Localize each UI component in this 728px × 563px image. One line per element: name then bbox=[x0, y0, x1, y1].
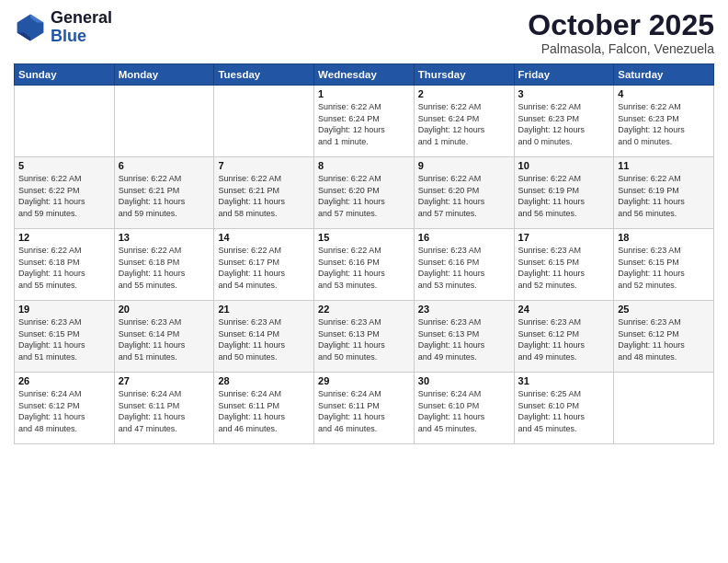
day-info: Sunrise: 6:23 AM Sunset: 6:13 PM Dayligh… bbox=[318, 316, 410, 362]
day-info: Sunrise: 6:24 AM Sunset: 6:12 PM Dayligh… bbox=[18, 388, 110, 434]
calendar-cell: 28Sunrise: 6:24 AM Sunset: 6:11 PM Dayli… bbox=[214, 373, 314, 444]
day-info: Sunrise: 6:22 AM Sunset: 6:16 PM Dayligh… bbox=[318, 245, 410, 291]
weekday-header: Sunday bbox=[15, 64, 115, 86]
day-number: 18 bbox=[618, 232, 710, 243]
day-info: Sunrise: 6:22 AM Sunset: 6:20 PM Dayligh… bbox=[318, 173, 410, 219]
day-info: Sunrise: 6:22 AM Sunset: 6:24 PM Dayligh… bbox=[318, 101, 410, 147]
calendar: SundayMondayTuesdayWednesdayThursdayFrid… bbox=[14, 63, 714, 444]
day-info: Sunrise: 6:22 AM Sunset: 6:23 PM Dayligh… bbox=[618, 101, 710, 147]
day-info: Sunrise: 6:22 AM Sunset: 6:17 PM Dayligh… bbox=[218, 245, 310, 291]
day-number: 15 bbox=[318, 232, 410, 243]
day-number: 24 bbox=[518, 304, 610, 315]
day-number: 2 bbox=[418, 88, 510, 99]
calendar-cell: 17Sunrise: 6:23 AM Sunset: 6:15 PM Dayli… bbox=[514, 229, 614, 301]
day-info: Sunrise: 6:22 AM Sunset: 6:23 PM Dayligh… bbox=[518, 101, 610, 147]
calendar-cell: 26Sunrise: 6:24 AM Sunset: 6:12 PM Dayli… bbox=[15, 373, 115, 444]
day-number: 29 bbox=[318, 375, 410, 386]
day-info: Sunrise: 6:23 AM Sunset: 6:12 PM Dayligh… bbox=[618, 316, 710, 362]
day-info: Sunrise: 6:23 AM Sunset: 6:15 PM Dayligh… bbox=[618, 245, 710, 291]
calendar-week-row: 19Sunrise: 6:23 AM Sunset: 6:15 PM Dayli… bbox=[15, 301, 714, 373]
calendar-cell: 8Sunrise: 6:22 AM Sunset: 6:20 PM Daylig… bbox=[314, 157, 415, 229]
calendar-cell: 31Sunrise: 6:25 AM Sunset: 6:10 PM Dayli… bbox=[514, 373, 614, 444]
day-number: 7 bbox=[218, 160, 310, 171]
calendar-cell: 10Sunrise: 6:22 AM Sunset: 6:19 PM Dayli… bbox=[514, 157, 614, 229]
day-info: Sunrise: 6:23 AM Sunset: 6:13 PM Dayligh… bbox=[418, 316, 510, 362]
day-number: 3 bbox=[518, 88, 610, 99]
day-info: Sunrise: 6:24 AM Sunset: 6:11 PM Dayligh… bbox=[218, 388, 310, 434]
calendar-week-row: 5Sunrise: 6:22 AM Sunset: 6:22 PM Daylig… bbox=[15, 157, 714, 229]
calendar-cell: 18Sunrise: 6:23 AM Sunset: 6:15 PM Dayli… bbox=[614, 229, 714, 301]
logo-icon bbox=[14, 11, 47, 44]
calendar-cell: 24Sunrise: 6:23 AM Sunset: 6:12 PM Dayli… bbox=[514, 301, 614, 373]
svg-marker-0 bbox=[17, 14, 44, 40]
calendar-cell: 2Sunrise: 6:22 AM Sunset: 6:24 PM Daylig… bbox=[414, 86, 514, 157]
weekday-header-row: SundayMondayTuesdayWednesdayThursdayFrid… bbox=[15, 64, 714, 86]
calendar-cell: 1Sunrise: 6:22 AM Sunset: 6:24 PM Daylig… bbox=[314, 86, 415, 157]
calendar-cell: 13Sunrise: 6:22 AM Sunset: 6:18 PM Dayli… bbox=[114, 229, 214, 301]
day-info: Sunrise: 6:24 AM Sunset: 6:10 PM Dayligh… bbox=[418, 388, 510, 434]
day-info: Sunrise: 6:24 AM Sunset: 6:11 PM Dayligh… bbox=[318, 388, 410, 434]
day-info: Sunrise: 6:25 AM Sunset: 6:10 PM Dayligh… bbox=[518, 388, 610, 434]
day-number: 1 bbox=[318, 88, 410, 99]
calendar-cell: 15Sunrise: 6:22 AM Sunset: 6:16 PM Dayli… bbox=[314, 229, 415, 301]
calendar-cell: 4Sunrise: 6:22 AM Sunset: 6:23 PM Daylig… bbox=[614, 86, 714, 157]
day-info: Sunrise: 6:23 AM Sunset: 6:16 PM Dayligh… bbox=[418, 245, 510, 291]
day-number: 9 bbox=[418, 160, 510, 171]
calendar-cell: 12Sunrise: 6:22 AM Sunset: 6:18 PM Dayli… bbox=[15, 229, 115, 301]
calendar-cell: 11Sunrise: 6:22 AM Sunset: 6:19 PM Dayli… bbox=[614, 157, 714, 229]
day-info: Sunrise: 6:22 AM Sunset: 6:20 PM Dayligh… bbox=[418, 173, 510, 219]
calendar-cell: 14Sunrise: 6:22 AM Sunset: 6:17 PM Dayli… bbox=[214, 229, 314, 301]
calendar-cell: 27Sunrise: 6:24 AM Sunset: 6:11 PM Dayli… bbox=[114, 373, 214, 444]
calendar-cell: 16Sunrise: 6:23 AM Sunset: 6:16 PM Dayli… bbox=[414, 229, 514, 301]
calendar-cell: 22Sunrise: 6:23 AM Sunset: 6:13 PM Dayli… bbox=[314, 301, 415, 373]
day-number: 4 bbox=[618, 88, 710, 99]
day-info: Sunrise: 6:22 AM Sunset: 6:24 PM Dayligh… bbox=[418, 101, 510, 147]
calendar-cell bbox=[214, 86, 314, 157]
day-number: 11 bbox=[618, 160, 710, 171]
day-number: 16 bbox=[418, 232, 510, 243]
day-number: 27 bbox=[119, 375, 210, 386]
calendar-cell: 5Sunrise: 6:22 AM Sunset: 6:22 PM Daylig… bbox=[15, 157, 115, 229]
day-number: 26 bbox=[18, 375, 110, 386]
calendar-week-row: 26Sunrise: 6:24 AM Sunset: 6:12 PM Dayli… bbox=[15, 373, 714, 444]
calendar-cell bbox=[15, 86, 115, 157]
day-number: 13 bbox=[119, 232, 210, 243]
calendar-cell: 21Sunrise: 6:23 AM Sunset: 6:14 PM Dayli… bbox=[214, 301, 314, 373]
day-number: 10 bbox=[518, 160, 610, 171]
weekday-header: Saturday bbox=[614, 64, 714, 86]
month-title: October 2025 bbox=[528, 9, 714, 41]
day-info: Sunrise: 6:22 AM Sunset: 6:18 PM Dayligh… bbox=[18, 245, 110, 291]
day-info: Sunrise: 6:22 AM Sunset: 6:22 PM Dayligh… bbox=[18, 173, 110, 219]
page: General Blue October 2025 Palmasola, Fal… bbox=[0, 0, 728, 563]
calendar-cell bbox=[114, 86, 214, 157]
day-number: 31 bbox=[518, 375, 610, 386]
calendar-cell: 19Sunrise: 6:23 AM Sunset: 6:15 PM Dayli… bbox=[15, 301, 115, 373]
calendar-cell: 23Sunrise: 6:23 AM Sunset: 6:13 PM Dayli… bbox=[414, 301, 514, 373]
calendar-cell bbox=[614, 373, 714, 444]
weekday-header: Friday bbox=[514, 64, 614, 86]
day-info: Sunrise: 6:22 AM Sunset: 6:18 PM Dayligh… bbox=[119, 245, 210, 291]
calendar-cell: 25Sunrise: 6:23 AM Sunset: 6:12 PM Dayli… bbox=[614, 301, 714, 373]
day-info: Sunrise: 6:23 AM Sunset: 6:14 PM Dayligh… bbox=[119, 316, 210, 362]
logo: General Blue bbox=[14, 9, 112, 46]
calendar-cell: 7Sunrise: 6:22 AM Sunset: 6:21 PM Daylig… bbox=[214, 157, 314, 229]
calendar-cell: 3Sunrise: 6:22 AM Sunset: 6:23 PM Daylig… bbox=[514, 86, 614, 157]
day-info: Sunrise: 6:22 AM Sunset: 6:21 PM Dayligh… bbox=[119, 173, 210, 219]
calendar-week-row: 1Sunrise: 6:22 AM Sunset: 6:24 PM Daylig… bbox=[15, 86, 714, 157]
calendar-cell: 20Sunrise: 6:23 AM Sunset: 6:14 PM Dayli… bbox=[114, 301, 214, 373]
day-info: Sunrise: 6:22 AM Sunset: 6:21 PM Dayligh… bbox=[218, 173, 310, 219]
header: General Blue October 2025 Palmasola, Fal… bbox=[14, 9, 714, 56]
weekday-header: Tuesday bbox=[214, 64, 314, 86]
day-number: 19 bbox=[18, 304, 110, 315]
calendar-cell: 9Sunrise: 6:22 AM Sunset: 6:20 PM Daylig… bbox=[414, 157, 514, 229]
day-number: 20 bbox=[119, 304, 210, 315]
location-subtitle: Palmasola, Falcon, Venezuela bbox=[528, 41, 714, 56]
day-number: 21 bbox=[218, 304, 310, 315]
weekday-header: Thursday bbox=[414, 64, 514, 86]
day-number: 23 bbox=[418, 304, 510, 315]
day-info: Sunrise: 6:23 AM Sunset: 6:15 PM Dayligh… bbox=[518, 245, 610, 291]
day-number: 30 bbox=[418, 375, 510, 386]
day-info: Sunrise: 6:24 AM Sunset: 6:11 PM Dayligh… bbox=[119, 388, 210, 434]
day-number: 8 bbox=[318, 160, 410, 171]
calendar-cell: 6Sunrise: 6:22 AM Sunset: 6:21 PM Daylig… bbox=[114, 157, 214, 229]
